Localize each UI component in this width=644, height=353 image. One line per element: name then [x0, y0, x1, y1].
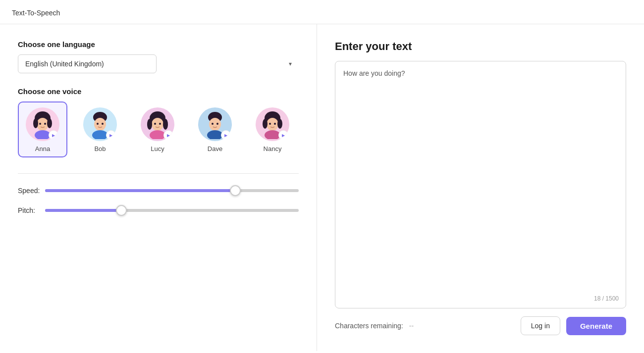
svg-point-20 [154, 123, 156, 125]
pitch-thumb[interactable] [116, 205, 127, 216]
voice-avatar-anna: ▶ [26, 107, 59, 141]
svg-point-26 [212, 123, 214, 125]
bob-name: Bob [94, 145, 106, 152]
voice-avatar-lucy: ▶ [141, 107, 174, 141]
pitch-track-wrapper [45, 205, 299, 215]
app-title: Text-To-Speech [0, 0, 644, 24]
svg-point-12 [97, 123, 99, 125]
svg-point-2 [37, 118, 49, 131]
speed-track-wrapper [45, 186, 299, 196]
voice-card-lucy[interactable]: ▶ Lucy [133, 101, 182, 157]
svg-point-17 [147, 119, 152, 130]
dave-play-icon[interactable]: ▶ [221, 130, 231, 140]
svg-point-16 [152, 118, 163, 131]
speed-slider-row: Speed: [18, 186, 299, 196]
svg-point-31 [263, 119, 268, 129]
voice-card-nancy[interactable]: ▶ Nancy [248, 101, 297, 157]
voice-card-bob[interactable]: ▶ Bob [75, 101, 125, 157]
voice-card-anna[interactable]: ▶ Anna [18, 101, 67, 157]
svg-point-7 [44, 123, 46, 125]
bottom-bar: Characters remaining: -- Log in Generate [335, 316, 626, 335]
right-panel: Enter your text How are you doing? 18 / … [317, 24, 644, 351]
language-select-wrapper: English (United Kingdom) English (United… [18, 54, 299, 73]
language-section-label: Choose one language [18, 40, 299, 49]
generate-button[interactable]: Generate [566, 317, 626, 335]
svg-point-32 [277, 119, 282, 129]
speed-thumb[interactable] [230, 185, 241, 196]
svg-point-6 [39, 123, 41, 125]
svg-point-18 [163, 119, 168, 130]
speed-track [45, 189, 299, 192]
dave-name: Dave [208, 145, 222, 152]
left-panel: Choose one language English (United King… [0, 24, 317, 351]
voice-card-dave[interactable]: ▶ Dave [190, 101, 240, 157]
svg-point-35 [274, 123, 276, 125]
speed-fill [45, 189, 235, 192]
voice-avatar-bob: ▶ [83, 107, 117, 141]
char-count: 18 / 1500 [594, 295, 619, 302]
svg-point-3 [33, 118, 38, 128]
chars-remaining-value: -- [409, 322, 414, 330]
text-area-wrapper: How are you doing? 18 / 1500 [335, 61, 626, 308]
enter-text-title: Enter your text [335, 40, 626, 53]
anna-play-icon[interactable]: ▶ [49, 130, 58, 140]
svg-point-21 [159, 123, 161, 125]
chevron-down-icon: ▾ [289, 60, 292, 67]
nancy-play-icon[interactable]: ▶ [278, 130, 288, 140]
svg-point-13 [102, 123, 104, 125]
text-input[interactable]: How are you doing? [343, 69, 618, 300]
anna-name: Anna [35, 145, 50, 152]
lucy-name: Lucy [151, 145, 164, 152]
svg-point-30 [267, 118, 278, 131]
lucy-play-icon[interactable]: ▶ [163, 130, 173, 140]
pitch-track [45, 209, 299, 212]
divider [18, 173, 299, 174]
pitch-fill [45, 209, 121, 212]
voice-avatar-nancy: ▶ [256, 107, 289, 141]
voice-avatar-dave: ▶ [198, 107, 232, 141]
svg-point-27 [216, 123, 218, 125]
svg-point-4 [47, 118, 52, 128]
pitch-label: Pitch: [18, 206, 45, 214]
language-select[interactable]: English (United Kingdom) English (United… [18, 54, 157, 73]
pitch-slider-row: Pitch: [18, 205, 299, 215]
svg-point-34 [269, 123, 271, 125]
voices-grid: ▶ Anna ▶ Bob [18, 101, 299, 157]
svg-point-10 [94, 118, 106, 131]
login-button[interactable]: Log in [521, 316, 560, 335]
speed-label: Speed: [18, 187, 45, 195]
voice-section-label: Choose one voice [18, 87, 299, 96]
nancy-name: Nancy [264, 145, 282, 152]
svg-point-24 [209, 118, 221, 131]
slider-section: Speed: Pitch: [18, 186, 299, 215]
chars-remaining-label: Characters remaining: [335, 322, 403, 330]
bob-play-icon[interactable]: ▶ [106, 130, 116, 140]
